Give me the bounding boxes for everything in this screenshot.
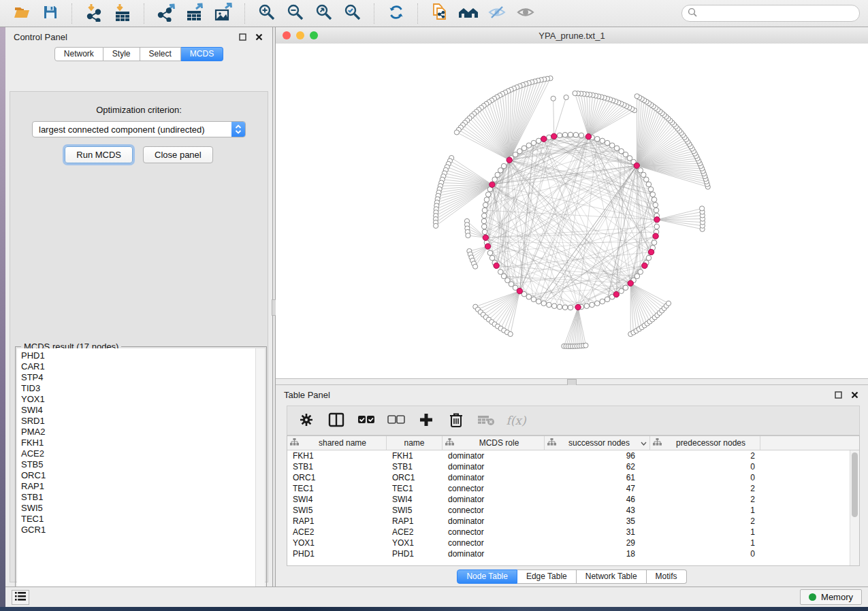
- mcds-result-list[interactable]: PHD1CAR1STP4TID3YOX1SWI4SRD1PMA2FKH1ACE2…: [17, 348, 265, 596]
- column-header-shared-name[interactable]: shared name: [287, 436, 387, 450]
- import-network-icon: [84, 3, 103, 24]
- tab-motifs[interactable]: Motifs: [647, 569, 687, 584]
- table-header-row: shared namenameMCDS rolesuccessor nodesp…: [287, 436, 859, 450]
- apply-function-button[interactable]: f(x): [501, 408, 531, 433]
- mcds-result-item[interactable]: PMA2: [21, 427, 255, 437]
- trash-icon: [449, 412, 463, 429]
- mcds-result-item[interactable]: STB5: [21, 459, 255, 470]
- refresh-layout-button[interactable]: [383, 3, 410, 24]
- export-table-button[interactable]: [181, 3, 208, 24]
- table-cell: connector: [443, 527, 545, 537]
- mcds-result-item[interactable]: STP4: [21, 372, 255, 383]
- mcds-result-item[interactable]: GCR1: [21, 525, 255, 535]
- mcds-result-item[interactable]: TEC1: [21, 514, 255, 525]
- table-cell: FKH1: [287, 451, 387, 461]
- float-table-panel-button[interactable]: [833, 389, 843, 400]
- search-input[interactable]: [701, 8, 854, 19]
- refresh-icon: [387, 3, 405, 23]
- search-icon: [688, 7, 697, 20]
- delete-table-button[interactable]: [471, 408, 501, 433]
- mcds-result-item[interactable]: TID3: [21, 383, 255, 394]
- mcds-result-item[interactable]: SWI4: [21, 405, 255, 416]
- export-network-button[interactable]: [152, 3, 180, 24]
- optimization-criterion-select[interactable]: largest connected component (undirected): [32, 121, 246, 137]
- add-column-button[interactable]: [411, 408, 441, 433]
- table-cell: SWI4: [387, 495, 443, 504]
- memory-button[interactable]: Memory: [800, 589, 862, 605]
- mcds-result-item[interactable]: RAP1: [21, 481, 255, 492]
- run-mcds-button[interactable]: Run MCDS: [65, 146, 133, 163]
- zoom-fit-button[interactable]: [310, 3, 338, 24]
- zoom-in-button[interactable]: [253, 3, 280, 24]
- open-session-button[interactable]: [8, 3, 35, 24]
- table-row[interactable]: STB1STB1dominator620: [287, 461, 859, 472]
- tab-mcds[interactable]: MCDS: [181, 47, 223, 61]
- float-panel-button[interactable]: [237, 31, 248, 42]
- show-columns-button[interactable]: [321, 408, 351, 433]
- mcds-list-scrollbar[interactable]: [255, 348, 265, 596]
- tab-network-table[interactable]: Network Table: [577, 569, 647, 584]
- delete-column-button[interactable]: [441, 408, 471, 433]
- mcds-result-item[interactable]: YOX1: [21, 394, 255, 405]
- table-options-button[interactable]: [291, 408, 321, 433]
- table-row[interactable]: ACE2ACE2connector311: [287, 527, 859, 538]
- table-cell: RAP1: [287, 516, 387, 526]
- zoom-out-button[interactable]: [282, 3, 309, 24]
- scrollbar-thumb[interactable]: [852, 452, 858, 517]
- table-row[interactable]: TEC1TEC1connector472: [287, 483, 859, 494]
- mcds-result-item[interactable]: STB1: [21, 492, 255, 503]
- table-cell: 61: [545, 473, 650, 482]
- column-header-successor-nodes[interactable]: successor nodes: [545, 436, 650, 450]
- export-image-icon: [214, 3, 233, 24]
- table-row[interactable]: FKH1FKH1dominator962: [287, 450, 859, 461]
- close-window-button[interactable]: [283, 31, 291, 39]
- save-session-button[interactable]: [37, 3, 64, 24]
- table-cell: TEC1: [387, 484, 443, 493]
- table-row[interactable]: ORC1ORC1dominator610: [287, 472, 859, 483]
- close-table-panel-button[interactable]: [849, 389, 860, 400]
- mcds-result-item[interactable]: ACE2: [21, 448, 255, 459]
- export-image-button[interactable]: [210, 3, 237, 24]
- tab-edge-table[interactable]: Edge Table: [517, 569, 577, 584]
- network-canvas[interactable]: [276, 44, 868, 378]
- mcds-result-item[interactable]: SWI5: [21, 503, 255, 514]
- tab-select[interactable]: Select: [140, 47, 181, 61]
- zoom-window-button[interactable]: [310, 31, 318, 39]
- column-header-MCDS-role[interactable]: MCDS role: [443, 436, 545, 450]
- clone-network-button[interactable]: [426, 3, 453, 24]
- table-row[interactable]: SWI5SWI5connector431: [287, 505, 859, 516]
- hide-selected-button[interactable]: [483, 3, 511, 24]
- table-row[interactable]: YOX1YOX1connector291: [287, 538, 859, 548]
- mcds-result-item[interactable]: SRD1: [21, 416, 255, 427]
- table-row[interactable]: RAP1RAP1dominator352: [287, 516, 859, 527]
- tab-style[interactable]: Style: [103, 47, 140, 61]
- column-header-predecessor-nodes[interactable]: predecessor nodes: [650, 436, 760, 450]
- mcds-result-item[interactable]: CAR1: [21, 361, 255, 372]
- select-all-button[interactable]: [351, 408, 381, 433]
- show-panels-button[interactable]: [12, 590, 29, 605]
- first-neighbors-button[interactable]: [455, 3, 482, 24]
- mcds-result-item[interactable]: PHD1: [21, 350, 255, 361]
- close-mcds-panel-button[interactable]: Close panel: [143, 146, 213, 163]
- zoom-selected-button[interactable]: [339, 3, 366, 24]
- table-row[interactable]: PHD1PHD1dominator180: [287, 548, 859, 559]
- tab-node-table[interactable]: Node Table: [457, 569, 517, 584]
- import-table-button[interactable]: [109, 3, 136, 24]
- mcds-result-item[interactable]: ORC1: [21, 470, 255, 481]
- import-network-button[interactable]: [80, 3, 108, 24]
- eye-icon: [516, 4, 535, 22]
- column-header-name[interactable]: name: [387, 436, 443, 450]
- main-toolbar: [0, 0, 868, 27]
- close-panel-button[interactable]: [253, 31, 264, 42]
- table-scrollbar[interactable]: [850, 450, 859, 565]
- minimize-window-button[interactable]: [296, 31, 304, 39]
- columns-icon: [328, 412, 344, 429]
- horizontal-splitter[interactable]: [276, 378, 868, 385]
- show-all-button[interactable]: [512, 3, 539, 24]
- deselect-all-button[interactable]: [381, 408, 411, 433]
- mcds-result-item[interactable]: FKH1: [21, 437, 255, 448]
- table-cell: dominator: [443, 516, 545, 526]
- table-row[interactable]: SWI4SWI4dominator462: [287, 494, 859, 505]
- tab-network[interactable]: Network: [54, 47, 103, 61]
- table-cell: dominator: [443, 495, 545, 504]
